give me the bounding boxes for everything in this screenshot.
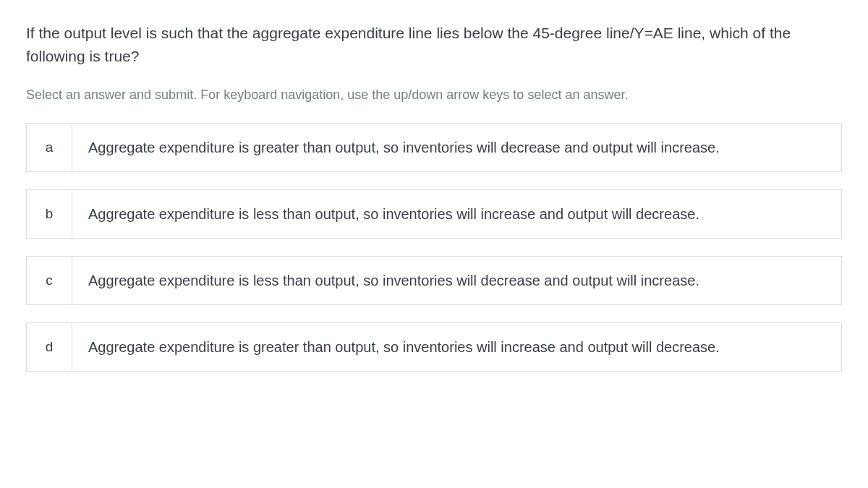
option-b[interactable]: b Aggregate expenditure is less than out… bbox=[26, 189, 842, 239]
option-text-a: Aggregate expenditure is greater than ou… bbox=[72, 123, 842, 172]
option-c[interactable]: c Aggregate expenditure is less than out… bbox=[26, 256, 842, 305]
option-d[interactable]: d Aggregate expenditure is greater than … bbox=[26, 322, 842, 372]
option-letter-a: a bbox=[26, 123, 72, 172]
option-letter-d: d bbox=[26, 322, 72, 372]
option-text-b: Aggregate expenditure is less than outpu… bbox=[72, 189, 842, 239]
option-letter-c: c bbox=[26, 256, 72, 305]
instructions-text: Select an answer and submit. For keyboar… bbox=[26, 87, 842, 103]
question-text: If the output level is such that the agg… bbox=[26, 22, 842, 67]
option-a[interactable]: a Aggregate expenditure is greater than … bbox=[26, 123, 842, 172]
option-text-c: Aggregate expenditure is less than outpu… bbox=[72, 256, 842, 305]
options-container: a Aggregate expenditure is greater than … bbox=[26, 123, 842, 372]
option-letter-b: b bbox=[26, 189, 72, 239]
option-text-d: Aggregate expenditure is greater than ou… bbox=[72, 322, 842, 372]
